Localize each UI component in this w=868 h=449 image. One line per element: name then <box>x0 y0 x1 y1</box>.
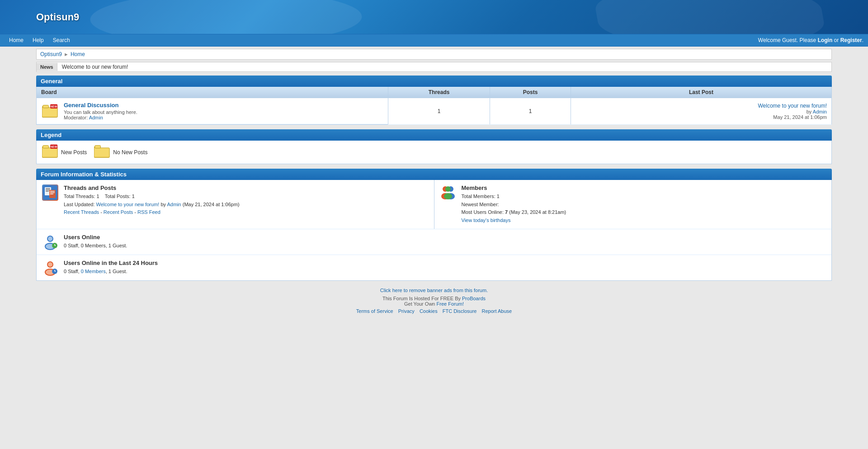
news-label: News <box>37 63 57 71</box>
footer-cookies-link[interactable]: Cookies <box>420 308 438 314</box>
most-users-value: 7 <box>505 209 508 215</box>
board-name-link[interactable]: General Discussion <box>64 102 118 109</box>
users-24h-suffix: , 1 Guest. <box>106 269 127 274</box>
threads-posts-icon <box>42 184 58 201</box>
threads-posts-cell: Threads and Posts Total Threads: 1 Total… <box>37 180 434 229</box>
threads-count: 1 <box>388 98 490 125</box>
board-moderator: Moderator: Admin <box>64 115 137 120</box>
forum-info-content: Threads and Posts Total Threads: 1 Total… <box>36 180 832 281</box>
svg-text:NEW: NEW <box>51 145 57 148</box>
svg-rect-22 <box>50 191 55 192</box>
last-post-author[interactable]: Admin <box>813 109 827 114</box>
remove-banner-link[interactable]: Click here to remove banner ads from thi… <box>0 288 868 293</box>
most-users-label: Most Users Online: <box>462 209 504 215</box>
footer-privacy-link[interactable]: Privacy <box>398 308 415 314</box>
breadcrumb-optisun9[interactable]: Optisun9 <box>40 51 62 57</box>
info-row-users-24h: Users Online in the Last 24 Hours 0 Staf… <box>37 255 831 280</box>
last-post-link[interactable]: Welcome to your new forum! <box>758 103 827 109</box>
last-updated-by: by <box>160 202 166 207</box>
svg-rect-18 <box>46 188 50 189</box>
svg-rect-14 <box>94 148 109 157</box>
last-post-date: May 21, 2024 at 1:06pm <box>576 114 827 120</box>
svg-point-29 <box>445 186 451 192</box>
footer-free-forum: Get Your Own Free Forum! <box>0 301 868 307</box>
rss-feed-link[interactable]: RSS Feed <box>137 209 160 215</box>
login-link[interactable]: Login <box>818 37 833 43</box>
footer-links: Terms of Service Privacy Cookies FTC Dis… <box>0 308 868 314</box>
users-24h-detail: 0 Staff, 0 Members, 1 Guest. <box>64 268 826 276</box>
users-24h-prefix: 0 Staff, <box>64 269 81 274</box>
proboards-link[interactable]: ProBoards <box>462 296 486 301</box>
legend-new-posts: NEW New Posts <box>42 144 87 160</box>
svg-text:NEW: NEW <box>51 104 57 108</box>
users-24h-cell: Users Online in the Last 24 Hours 0 Staf… <box>37 255 831 280</box>
recent-threads-link[interactable]: Recent Threads <box>64 209 99 215</box>
nav-home[interactable]: Home <box>5 35 28 46</box>
col-board: Board <box>37 87 388 98</box>
total-members-value: 1 <box>497 194 500 199</box>
newsbar: News Welcome to our new forum! <box>36 62 832 72</box>
members-24h-link[interactable]: 0 Members <box>81 269 106 274</box>
footer-tos-link[interactable]: Terms of Service <box>356 308 393 314</box>
hosted-prefix: This Forum Is Hosted For FREE By <box>382 296 462 301</box>
svg-rect-3 <box>43 105 49 108</box>
last-updated-label: Last Updated: <box>64 202 95 207</box>
users-online-cell: Users Online 0 Staff, 0 Members, 1 Guest… <box>37 229 831 255</box>
legend-new-label: New Posts <box>61 149 87 156</box>
last-updated-post-link[interactable]: Welcome to your new forum! <box>96 202 160 207</box>
users-online-title: Users Online <box>64 234 826 241</box>
svg-rect-8 <box>42 148 57 157</box>
navbar: Home Help Search Welcome Guest. Please L… <box>0 34 868 47</box>
users-24h-icon <box>42 260 58 276</box>
last-updated-date: (May 21, 2024 at 1:06pm) <box>183 202 240 207</box>
get-forum-prefix: Get Your Own <box>404 301 437 307</box>
svg-rect-2 <box>42 108 57 116</box>
recent-posts-link[interactable]: Recent Posts <box>104 209 133 215</box>
breadcrumb-home[interactable]: Home <box>71 51 85 57</box>
col-last-post: Last Post <box>571 87 831 98</box>
view-birthdays-link[interactable]: View today's birthdays <box>462 217 511 223</box>
site-header: Optisun9 <box>0 0 868 34</box>
svg-rect-15 <box>95 146 101 148</box>
total-posts-label: Total Posts: <box>105 194 131 199</box>
threads-posts-content: Threads and Posts Total Threads: 1 Total… <box>64 184 429 217</box>
users-online-content: Users Online 0 Staff, 0 Members, 1 Guest… <box>64 234 826 250</box>
legend-nonew-label: No New Posts <box>113 149 147 156</box>
main-content: General Board Threads Posts Last Post <box>36 76 832 281</box>
total-threads-value: 1 <box>97 194 99 199</box>
general-section-header: General <box>36 76 832 87</box>
svg-rect-9 <box>43 146 49 148</box>
folder-new-icon: NEW <box>41 103 59 119</box>
sep1: - <box>99 209 104 215</box>
members-detail: Total Members: 1 Newest Member: Most Use… <box>462 193 826 224</box>
nav-links: Home Help Search <box>5 35 75 46</box>
welcome-suffix: . <box>862 37 863 43</box>
col-threads: Threads <box>388 87 490 98</box>
forum-info-header: Forum Information & Statistics <box>36 169 832 180</box>
footer-ftc-link[interactable]: FTC Disclosure <box>443 308 477 314</box>
total-threads-label: Total Threads: <box>64 194 95 199</box>
svg-rect-24 <box>50 194 53 194</box>
nav-help[interactable]: Help <box>28 35 48 46</box>
total-members-label: Total Members: <box>462 194 495 199</box>
footer-abuse-link[interactable]: Report Abuse <box>482 308 512 314</box>
nav-search[interactable]: Search <box>48 35 75 46</box>
svg-point-40 <box>48 262 52 267</box>
info-row-users-online: Users Online 0 Staff, 0 Members, 1 Guest… <box>37 229 831 255</box>
last-post-by: by Admin <box>576 109 827 114</box>
register-link[interactable]: Register <box>840 37 862 43</box>
last-updated-author[interactable]: Admin <box>167 202 181 207</box>
legend-nonew-icon <box>94 144 110 160</box>
site-title: Optisun9 <box>36 11 79 23</box>
moderator-link[interactable]: Admin <box>89 115 103 120</box>
general-table: Board Threads Posts Last Post <box>36 87 832 125</box>
members-content: Members Total Members: 1 Newest Member: … <box>462 184 826 224</box>
users-online-icon <box>42 234 58 250</box>
svg-point-33 <box>48 236 52 241</box>
most-users-date: (May 23, 2024 at 8:21am) <box>509 209 566 215</box>
members-title: Members <box>462 184 826 191</box>
free-forum-link[interactable]: Free Forum! <box>437 301 464 307</box>
users-online-detail: 0 Staff, 0 Members, 1 Guest. <box>64 242 826 250</box>
breadcrumb-arrow: ► <box>64 52 69 57</box>
col-posts: Posts <box>490 87 571 98</box>
